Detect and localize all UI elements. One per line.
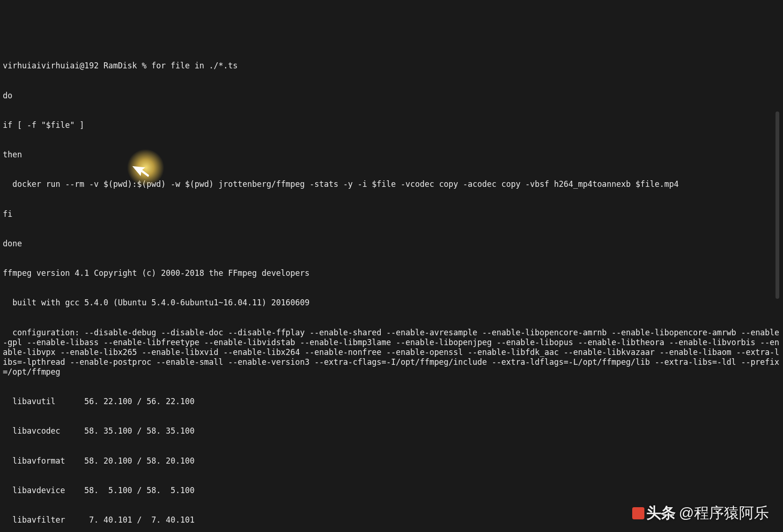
watermark-handle: @程序猿阿乐 <box>679 504 769 523</box>
terminal-line: built with gcc 5.4.0 (Ubuntu 5.4.0-6ubun… <box>3 298 780 308</box>
terminal-line: ffmpeg version 4.1 Copyright (c) 2000-20… <box>3 268 780 278</box>
terminal-line: virhuiaivirhuiai@192 RamDisk % for file … <box>3 61 780 71</box>
terminal-line: libavdevice 58. 5.100 / 58. 5.100 <box>3 486 780 495</box>
watermark: 头条 @程序猿阿乐 <box>632 504 769 523</box>
terminal-output[interactable]: virhuiaivirhuiai@192 RamDisk % for file … <box>3 41 780 532</box>
watermark-brand: 头条 <box>646 504 675 523</box>
terminal-line: configuration: --disable-debug --disable… <box>3 328 780 377</box>
terminal-line: libavformat 58. 20.100 / 58. 20.100 <box>3 456 780 466</box>
scrollbar[interactable] <box>776 111 779 299</box>
terminal-line: fi <box>3 209 780 219</box>
terminal-line: do <box>3 91 780 101</box>
terminal-line: libavutil 56. 22.100 / 56. 22.100 <box>3 397 780 406</box>
terminal-line: then <box>3 150 780 160</box>
terminal-line: if [ -f "$file" ] <box>3 120 780 130</box>
terminal-line: libavcodec 58. 35.100 / 58. 35.100 <box>3 426 780 436</box>
watermark-logo-icon: 头条 <box>632 504 675 523</box>
terminal-line: done <box>3 239 780 249</box>
terminal-line: docker run --rm -v $(pwd):$(pwd) -w $(pw… <box>3 179 780 189</box>
